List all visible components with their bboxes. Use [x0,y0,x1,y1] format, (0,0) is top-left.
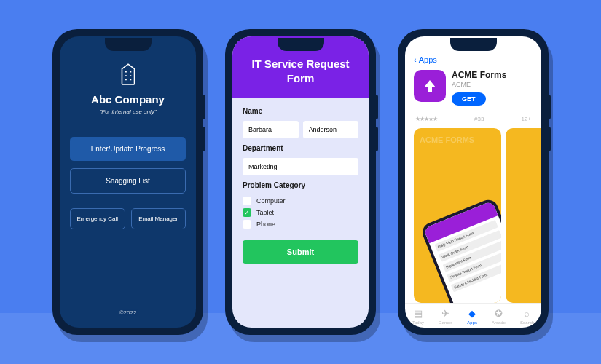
option-tablet[interactable]: ✓Tablet [243,207,358,218]
phone-it-form: IT Service Request Form Name Department … [225,29,376,335]
enter-progress-button[interactable]: Enter/Update Progress [70,137,186,161]
email-manager-button[interactable]: Email Manager [131,208,186,229]
company-tagline: "For internal use only" [99,108,156,115]
mini-phone-preview: Daily Field Report FormWork Order FormEq… [420,197,501,303]
option-phone[interactable]: Phone [243,218,358,230]
rating-stars: ★★★★★ [415,116,437,122]
building-icon [119,63,138,86]
option-computer[interactable]: Computer [243,195,358,207]
screenshot-2[interactable] [506,128,541,303]
checkbox-icon [243,220,251,229]
emergency-call-button[interactable]: Emergency Call [70,208,125,229]
last-name-field[interactable] [303,121,359,138]
tab-arcade[interactable]: ✪Arcade [492,308,506,325]
phone-app-store: ‹ Apps ACME Forms ACME GET ★★★★★ #33 12+… [398,29,549,335]
first-name-field[interactable] [243,121,299,138]
submit-button[interactable]: Submit [243,240,358,264]
app-name: ACME Forms [452,70,533,80]
tab-today[interactable]: ▤Today [412,308,424,325]
get-button[interactable]: GET [452,92,486,106]
search-icon: ⌕ [524,308,530,319]
age-rating: 12+ [521,116,531,122]
games-icon: ✈ [441,308,449,319]
today-icon: ▤ [414,308,423,319]
rank: #33 [474,116,484,122]
phone-company-app: Abc Company "For internal use only" Ente… [52,29,203,335]
apps-icon: ◆ [468,308,476,319]
form-title: IT Service Request Form [232,36,369,98]
checkbox-icon: ✓ [243,208,251,217]
publisher: ACME [452,81,533,88]
department-label: Department [243,144,358,152]
department-field[interactable] [243,158,358,175]
tab-games[interactable]: ✈Games [439,308,452,325]
copyright: ©2022 [119,309,137,320]
snagging-list-button[interactable]: Snagging List [70,168,186,194]
name-label: Name [243,107,358,115]
screenshot-1[interactable]: ACME FORMS Daily Field Report FormWork O… [414,128,501,303]
checkbox-icon [243,197,251,205]
back-link[interactable]: ‹ Apps [405,36,541,70]
company-title: Abc Company [91,93,165,106]
tab-search[interactable]: ⌕Search [520,308,534,325]
arcade-icon: ✪ [495,308,503,319]
tab-apps[interactable]: ◆Apps [467,308,477,325]
app-icon [414,70,446,102]
problem-category-label: Problem Category [243,181,358,189]
chevron-left-icon: ‹ [414,55,417,64]
